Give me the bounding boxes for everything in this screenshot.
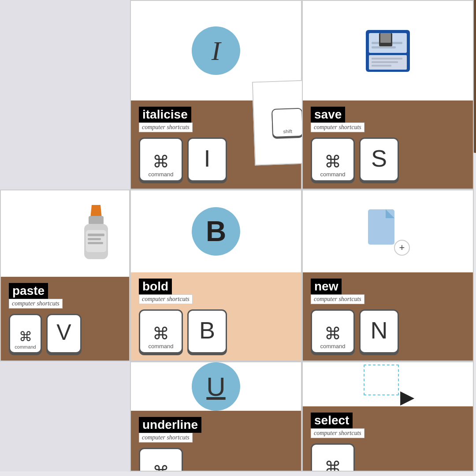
shift-label: shift <box>283 128 292 134</box>
underline-subtitle: computer shortcuts <box>139 433 193 443</box>
italic-letter: I <box>212 35 221 67</box>
key-letter-b: B <box>199 316 215 344</box>
italicise-subtitle: computer shortcuts <box>139 123 193 132</box>
letter-key-save: S <box>359 138 399 182</box>
svg-rect-9 <box>372 65 391 67</box>
letter-key-paste: V <box>46 314 82 353</box>
cmd-symbol-paste: ⌘ <box>19 330 32 343</box>
svg-rect-3 <box>372 46 396 48</box>
paste-subtitle: computer shortcuts <box>9 299 63 309</box>
command-key-select: ⌘ command <box>311 443 355 472</box>
paste-bottom: paste computer shortcuts ⌘ command V <box>1 277 129 361</box>
cmd-label-italicise: command <box>148 171 173 178</box>
dashed-selection-box <box>364 364 399 395</box>
card-paste: paste computer shortcuts ⌘ command V <box>0 190 130 361</box>
bold-subtitle: computer shortcuts <box>139 294 193 304</box>
underline-letter: U <box>206 372 225 402</box>
new-bottom: new computer shortcuts ⌘ command N <box>303 272 473 361</box>
cmd-symbol-bold: ⌘ <box>152 325 169 342</box>
save-title: save <box>311 107 345 123</box>
save-bottom: save computer shortcuts ⌘ command S <box>303 100 473 189</box>
bottom-left-area <box>0 361 130 472</box>
new-subtitle: computer shortcuts <box>311 294 364 304</box>
letter-key-bold: B <box>187 309 227 353</box>
select-title: select <box>311 413 353 428</box>
italic-circle-icon: I <box>192 26 240 75</box>
command-key-save: ⌘ command <box>311 138 355 182</box>
italicise-title: italicise <box>139 107 191 123</box>
shift-key: shift <box>271 108 303 137</box>
command-key-italicise: ⌘ command <box>139 138 183 182</box>
cmd-symbol-save: ⌘ <box>324 153 341 170</box>
underline-bottom: underline computer shortcuts ⌘ command <box>131 411 301 472</box>
plus-symbol: + <box>399 243 405 253</box>
cmd-symbol-underline: ⌘ <box>152 464 169 472</box>
bold-title: bold <box>139 279 172 294</box>
svg-rect-14 <box>88 234 104 236</box>
letter-key-italicise: I <box>187 138 227 182</box>
command-key-new: ⌘ command <box>311 309 355 353</box>
cmd-label-bold: command <box>148 343 173 350</box>
svg-rect-5 <box>380 33 391 43</box>
command-key-bold: ⌘ command <box>139 309 183 353</box>
save-white-card: save computer shortcuts ⌘ command S <box>302 0 474 190</box>
floppy-disk-icon <box>364 28 412 74</box>
cmd-symbol-new: ⌘ <box>324 325 341 342</box>
svg-rect-8 <box>372 61 398 63</box>
cmd-label-new: command <box>320 343 345 350</box>
command-key-paste: ⌘ command <box>9 314 42 353</box>
cmd-label-paste: command <box>15 344 36 350</box>
cmd-symbol-italicise: ⌘ <box>152 153 169 170</box>
cursor-arrow-icon: ▶ <box>400 388 414 406</box>
key-letter-s: S <box>371 145 387 172</box>
card-underline: U underline computer shortcuts ⌘ command <box>130 361 302 472</box>
svg-rect-16 <box>88 242 103 244</box>
key-letter-i: I <box>204 145 210 172</box>
letter-key-new: N <box>359 309 399 353</box>
top-left-area <box>0 0 130 190</box>
svg-rect-7 <box>372 58 402 60</box>
glue-bottle-icon <box>76 203 116 264</box>
card-save-wrapper: shift ⌘ command S <box>302 0 474 190</box>
save-subtitle: computer shortcuts <box>311 123 364 132</box>
underline-title: underline <box>139 417 201 433</box>
cmd-symbol-select: ⌘ <box>324 459 341 472</box>
key-letter-n: N <box>371 316 388 344</box>
svg-rect-11 <box>89 216 104 225</box>
new-title: new <box>311 279 342 294</box>
bold-circle-icon: B <box>192 207 240 256</box>
svg-rect-13 <box>86 230 106 252</box>
bold-letter: B <box>206 215 226 248</box>
bold-bottom: bold computer shortcuts ⌘ command B <box>131 272 301 361</box>
paste-title: paste <box>9 283 48 299</box>
svg-rect-15 <box>88 238 101 240</box>
card-select: ▶ select computer shortcuts ⌘ command <box>302 361 474 472</box>
cmd-label-save: command <box>320 171 345 178</box>
underline-circle-icon: U <box>192 362 240 411</box>
select-subtitle: computer shortcuts <box>311 428 364 438</box>
command-key-underline: ⌘ command <box>139 448 183 472</box>
key-letter-v: V <box>56 320 71 345</box>
select-bottom: select computer shortcuts ⌘ command <box>303 406 473 472</box>
card-bold: B bold computer shortcuts ⌘ command B <box>130 190 302 361</box>
card-new: + new computer shortcuts ⌘ command N <box>302 190 474 361</box>
select-icon-container: ▶ <box>361 362 414 406</box>
